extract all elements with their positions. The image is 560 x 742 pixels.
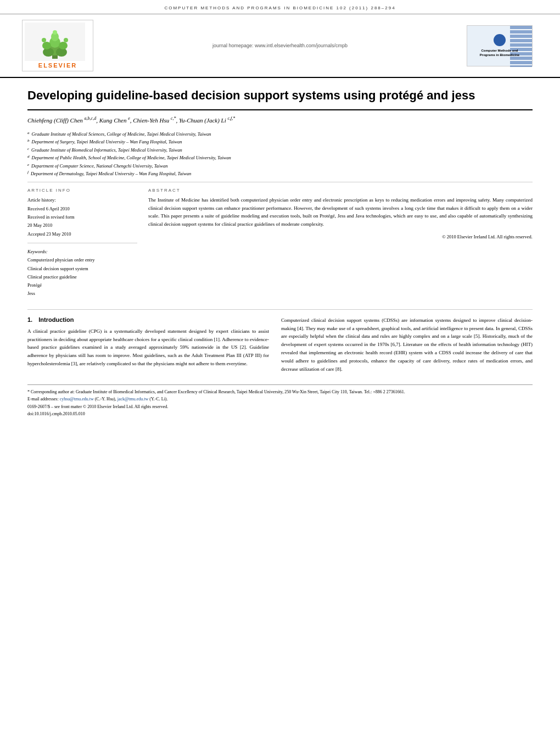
journal-homepage: journal homepage: www.intl.elsevierhealt… (93, 43, 467, 48)
journal-header: COMPUTER METHODS AND PROGRAMS IN BIOMEDI… (0, 0, 560, 14)
svg-point-6 (59, 42, 68, 49)
received-date: Received 6 April 2010 (27, 205, 137, 213)
article-history: Article history: Received 6 April 2010 R… (27, 196, 137, 238)
copyright-notice: © 2010 Elsevier Ireland Ltd. All rights … (148, 233, 533, 241)
accepted-date: Accepted 23 May 2010 (27, 230, 137, 238)
corresponding-text: Graduate Institute of Biomedical Informa… (76, 389, 405, 394)
elsevier-brand-text: ELSEVIER (25, 62, 91, 69)
email-2[interactable]: jack@tmu.edu.tw (117, 397, 149, 401)
corresponding-author-line: * Corresponding author at: Graduate Inst… (27, 388, 533, 396)
affiliation-e: e Department of Computer Science, Nation… (27, 162, 533, 170)
section-title-text: Introduction (38, 316, 74, 323)
affiliations-section: a Graduate Institute of Medical Sciences… (27, 130, 533, 183)
history-label: Article history: (27, 196, 137, 204)
doi-line: doi:10.1016/j.cmpb.2010.05.010 (27, 410, 533, 418)
homepage-label: journal homepage: (212, 43, 254, 48)
content-area: Developing guideline-based decision supp… (0, 88, 560, 418)
affiliation-f: f Department of Dermatology, Taipei Medi… (27, 170, 533, 177)
revised-label: Received in revised form (27, 213, 137, 221)
email-label: E-mail addresses: (27, 397, 59, 401)
introduction-left: 1. Introduction A clinical practice guid… (27, 316, 269, 373)
keywords-label: Keywords: (27, 248, 137, 256)
corresponding-label: * Corresponding author at: (27, 389, 75, 394)
keyword-2: Clinical decision support system (27, 265, 137, 273)
intro-right-paragraph: Computerized clinical decision support s… (281, 316, 533, 373)
svg-point-9 (64, 38, 68, 42)
keywords-section: Keywords: Computerized physician order e… (27, 248, 137, 298)
introduction-section: 1. Introduction A clinical practice guid… (27, 309, 533, 373)
abstract-col: ABSTRACT The Institute of Medicine has i… (148, 188, 533, 298)
keyword-1: Computerized physician order entry (27, 256, 137, 264)
svg-point-8 (42, 38, 46, 42)
paper-title: Developing guideline-based decision supp… (27, 88, 533, 110)
keyword-4: Protégé (27, 281, 137, 289)
footnotes: * Corresponding author at: Graduate Inst… (27, 384, 533, 418)
affiliation-c: c Graduate Institute of Biomedical Infor… (27, 146, 533, 154)
revised-date: 20 May 2010 (27, 221, 137, 230)
header-logos: ELSEVIER journal homepage: www.intl.else… (0, 14, 560, 78)
email-1-note: (C.-Y. Hsu), (95, 397, 116, 401)
email-2-note: (Y.-C. Li). (149, 397, 167, 401)
journal-title: COMPUTER METHODS AND PROGRAMS IN BIOMEDI… (164, 5, 395, 10)
abstract-label: ABSTRACT (148, 188, 533, 193)
abstract-text: The Institute of Medicine has identified… (148, 196, 533, 241)
affiliation-d: d Department of Public Health, School of… (27, 154, 533, 161)
affiliation-b: b Department of Surgery, Taipei Medical … (27, 138, 533, 146)
article-info-label: ARTICLE INFO (27, 188, 137, 193)
section-1-title: 1. Introduction (27, 316, 269, 323)
article-abstract-section: ARTICLE INFO Article history: Received 6… (27, 188, 533, 298)
elsevier-logo: ELSEVIER (22, 20, 93, 71)
affiliation-a: a Graduate Institute of Medical Sciences… (27, 130, 533, 138)
journal-logo-right: Computer Methods andPrograms in Biomedic… (467, 25, 538, 66)
keyword-5: Jess (27, 289, 137, 298)
divider (27, 243, 137, 243)
keyword-3: Clinical practice guideline (27, 273, 137, 281)
section-number: 1. (27, 316, 32, 323)
authors-text: Chiehfeng (Cliff) Chen a,b,c,d, Kung Che… (27, 117, 235, 124)
authors-line: Chiehfeng (Cliff) Chen a,b,c,d, Kung Che… (27, 116, 533, 126)
intro-left-paragraph: A clinical practice guideline (CPG) is a… (27, 327, 269, 368)
svg-point-10 (53, 30, 57, 35)
issn-line: 0169-2607/$ – see front matter © 2010 El… (27, 403, 533, 411)
email-1[interactable]: cyhsu@tmu.edu.tw (60, 397, 94, 401)
svg-point-5 (42, 42, 51, 49)
email-line: E-mail addresses: cyhsu@tmu.edu.tw (C.-Y… (27, 395, 533, 403)
article-info-col: ARTICLE INFO Article history: Received 6… (27, 188, 137, 298)
homepage-url: www.intl.elsevierhealth.com/journals/cmp… (255, 43, 348, 48)
introduction-right: Computerized clinical decision support s… (281, 316, 533, 373)
